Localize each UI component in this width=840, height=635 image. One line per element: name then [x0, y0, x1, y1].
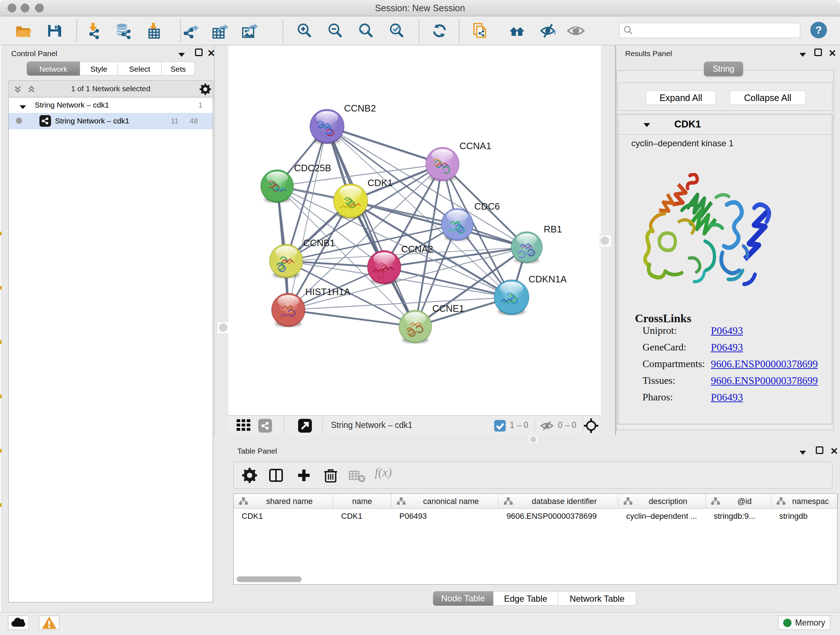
svg-text:CCNB2: CCNB2	[344, 103, 376, 114]
svg-text:CCNA1: CCNA1	[459, 141, 491, 151]
svg-text:CDC6: CDC6	[474, 201, 500, 212]
svg-text:CDKN1A: CDKN1A	[529, 274, 567, 285]
svg-text:CCNE1: CCNE1	[432, 303, 464, 314]
svg-text:CCNB1: CCNB1	[303, 238, 335, 249]
svg-text:CCNA2: CCNA2	[401, 244, 433, 255]
svg-text:RB1: RB1	[544, 224, 562, 234]
svg-text:CDC25B: CDC25B	[294, 163, 332, 173]
svg-text:HIST1H1A: HIST1H1A	[305, 287, 351, 297]
svg-text:CDK1: CDK1	[368, 177, 393, 188]
